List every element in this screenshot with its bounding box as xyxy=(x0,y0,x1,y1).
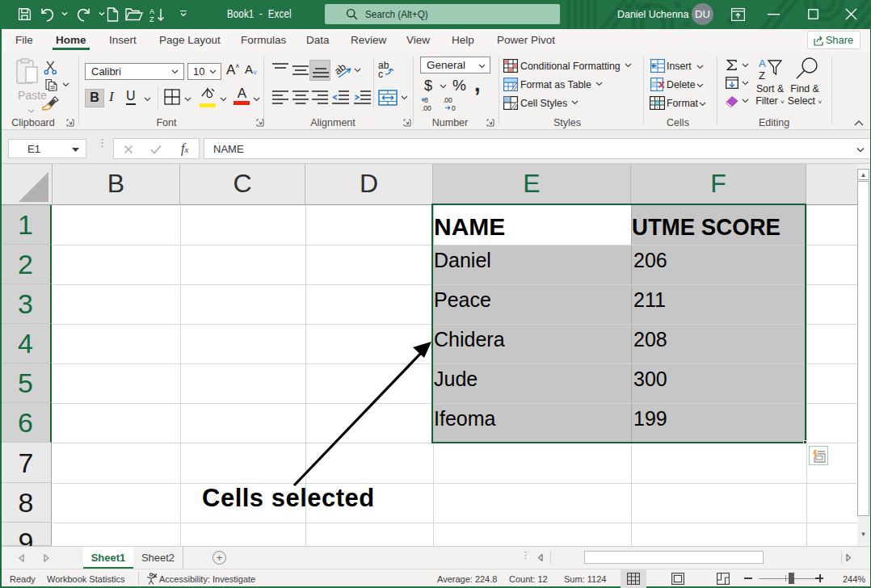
svg-text:.00: .00 xyxy=(422,104,431,112)
svg-text:Z: Z xyxy=(759,69,765,81)
svg-text:ab: ab xyxy=(334,61,348,78)
svg-text:Z: Z xyxy=(149,15,154,23)
svg-text:.00: .00 xyxy=(443,96,452,104)
svg-text:c: c xyxy=(378,69,383,80)
svg-text:A: A xyxy=(759,58,766,69)
svg-text:0: 0 xyxy=(452,104,456,112)
svg-text:A: A xyxy=(149,7,154,15)
